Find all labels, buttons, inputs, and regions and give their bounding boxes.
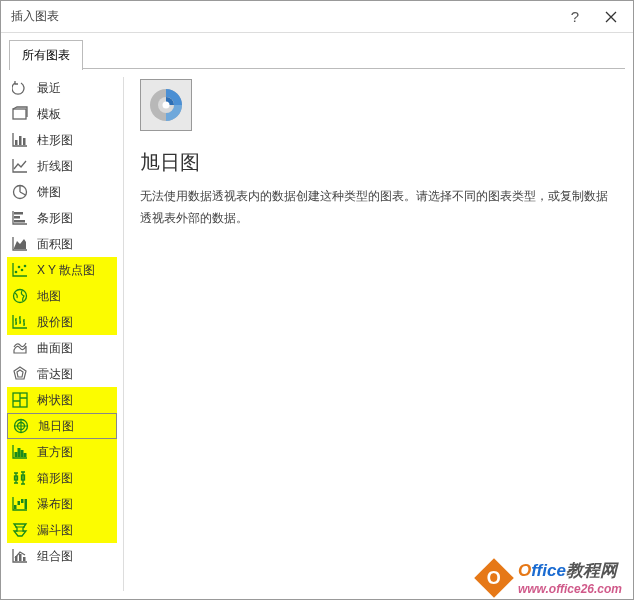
dialog-content: 最近模板柱形图折线图饼图条形图面积图X Y 散点图地图股价图曲面图雷达图树状图旭… (1, 69, 633, 599)
help-button[interactable]: ? (557, 3, 593, 31)
line-chart-icon (11, 158, 29, 174)
sidebar-item-map-chart[interactable]: 地图 (7, 283, 117, 309)
svg-rect-6 (14, 216, 20, 219)
sidebar-item-label: 曲面图 (37, 340, 73, 357)
svg-rect-1 (15, 140, 18, 145)
sidebar-item-surface-chart[interactable]: 曲面图 (7, 335, 117, 361)
svg-rect-23 (18, 501, 21, 505)
bar-chart-icon (11, 210, 29, 226)
sidebar-item-treemap-chart[interactable]: 树状图 (7, 387, 117, 413)
sidebar-item-label: 地图 (37, 288, 61, 305)
treemap-chart-icon (11, 392, 29, 408)
funnel-chart-icon (11, 522, 29, 538)
map-chart-icon (11, 288, 29, 304)
sidebar-item-combo-chart[interactable]: 组合图 (7, 543, 117, 569)
svg-rect-7 (14, 220, 25, 223)
sidebar-item-scatter-chart[interactable]: X Y 散点图 (7, 257, 117, 283)
watermark: O Office教程网 www.office26.com (480, 559, 622, 596)
sidebar-item-label: 面积图 (37, 236, 73, 253)
svg-rect-28 (23, 557, 26, 561)
combo-chart-icon (11, 548, 29, 564)
tab-all-charts[interactable]: 所有图表 (9, 40, 83, 70)
close-button[interactable] (593, 3, 629, 31)
scatter-chart-icon (11, 262, 29, 278)
waterfall-chart-icon (11, 496, 29, 512)
sidebar-item-radar-chart[interactable]: 雷达图 (7, 361, 117, 387)
chart-preview-tile[interactable] (140, 79, 192, 131)
dialog-title: 插入图表 (11, 8, 557, 25)
sidebar-item-label: 饼图 (37, 184, 61, 201)
sidebar-item-template[interactable]: 模板 (7, 101, 117, 127)
sunburst-chart-icon (12, 418, 30, 434)
sidebar-item-label: 瀑布图 (37, 496, 73, 513)
svg-rect-22 (14, 505, 17, 509)
sidebar-item-label: 雷达图 (37, 366, 73, 383)
sidebar-item-label: 直方图 (37, 444, 73, 461)
svg-rect-18 (21, 450, 24, 457)
sidebar-item-waterfall-chart[interactable]: 瀑布图 (7, 491, 117, 517)
titlebar: 插入图表 ? (1, 1, 633, 33)
surface-chart-icon (11, 340, 29, 356)
sidebar-item-label: 漏斗图 (37, 522, 73, 539)
svg-point-11 (24, 265, 27, 268)
close-icon (605, 11, 617, 23)
svg-rect-16 (15, 452, 18, 457)
sidebar-item-funnel-chart[interactable]: 漏斗图 (7, 517, 117, 543)
tab-strip: 所有图表 (1, 33, 633, 69)
svg-rect-24 (21, 499, 24, 503)
pie-chart-icon (11, 184, 29, 200)
sidebar-item-label: 最近 (37, 80, 61, 97)
svg-point-9 (18, 266, 21, 269)
sidebar-item-label: 组合图 (37, 548, 73, 565)
sidebar-item-label: 柱形图 (37, 132, 73, 149)
sidebar-item-box-chart[interactable]: 箱形图 (7, 465, 117, 491)
recent-icon (11, 80, 29, 96)
sidebar-item-bar-chart[interactable]: 条形图 (7, 205, 117, 231)
sidebar-item-column-chart[interactable]: 柱形图 (7, 127, 117, 153)
insert-chart-dialog: 插入图表 ? 所有图表 最近模板柱形图折线图饼图条形图面积图X Y 散点图地图股… (0, 0, 634, 600)
sunburst-preview-icon (148, 87, 184, 123)
svg-rect-0 (13, 109, 26, 119)
svg-point-8 (15, 271, 18, 274)
svg-rect-5 (14, 212, 23, 215)
svg-point-10 (21, 269, 24, 272)
chart-type-title: 旭日图 (140, 149, 617, 176)
svg-rect-17 (18, 448, 21, 457)
template-icon (11, 106, 29, 122)
svg-rect-27 (19, 554, 22, 561)
sidebar-item-recent[interactable]: 最近 (7, 75, 117, 101)
main-panel: 旭日图 无法使用数据透视表内的数据创建这种类型的图表。请选择不同的图表类型，或复… (124, 69, 633, 599)
sidebar-item-label: 模板 (37, 106, 61, 123)
sidebar-item-sunburst-chart[interactable]: 旭日图 (7, 413, 117, 439)
svg-rect-19 (24, 453, 27, 457)
sidebar-item-label: 条形图 (37, 210, 73, 227)
sidebar-item-line-chart[interactable]: 折线图 (7, 153, 117, 179)
watermark-url: www.office26.com (518, 582, 622, 596)
column-chart-icon (11, 132, 29, 148)
chart-type-sidebar: 最近模板柱形图折线图饼图条形图面积图X Y 散点图地图股价图曲面图雷达图树状图旭… (1, 69, 121, 599)
svg-rect-2 (19, 136, 22, 145)
watermark-logo: O (474, 558, 514, 598)
sidebar-item-label: 树状图 (37, 392, 73, 409)
sidebar-item-label: X Y 散点图 (37, 262, 95, 279)
svg-rect-3 (23, 138, 26, 145)
sidebar-item-label: 股价图 (37, 314, 73, 331)
box-chart-icon (11, 470, 29, 486)
sidebar-item-label: 箱形图 (37, 470, 73, 487)
stock-chart-icon (11, 314, 29, 330)
svg-rect-25 (25, 499, 28, 509)
sidebar-item-histogram-chart[interactable]: 直方图 (7, 439, 117, 465)
area-chart-icon (11, 236, 29, 252)
sidebar-item-area-chart[interactable]: 面积图 (7, 231, 117, 257)
watermark-brand: Office教程网 (518, 559, 622, 582)
sidebar-item-stock-chart[interactable]: 股价图 (7, 309, 117, 335)
histogram-chart-icon (11, 444, 29, 460)
sidebar-item-pie-chart[interactable]: 饼图 (7, 179, 117, 205)
sidebar-item-label: 折线图 (37, 158, 73, 175)
radar-chart-icon (11, 366, 29, 382)
svg-point-31 (163, 102, 170, 109)
sidebar-item-label: 旭日图 (38, 418, 74, 435)
chart-type-description: 无法使用数据透视表内的数据创建这种类型的图表。请选择不同的图表类型，或复制数据透… (140, 186, 617, 229)
